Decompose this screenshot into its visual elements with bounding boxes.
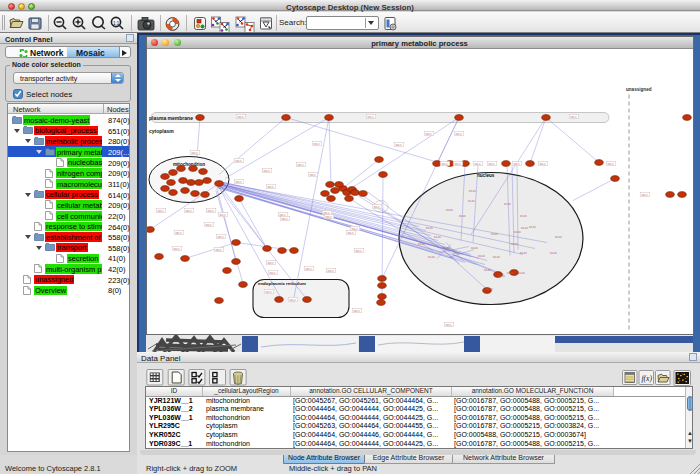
svg-text:xxx-x: xxx-x [641, 193, 648, 196]
svg-text:xxx-x: xxx-x [607, 162, 614, 165]
svg-text:xx-xx: xx-xx [521, 225, 528, 229]
svg-text:xx-xx: xx-xx [504, 201, 511, 205]
svg-text:xx-xx: xx-xx [511, 241, 518, 245]
svg-text:xxx-x: xxx-x [185, 209, 192, 212]
svg-text:xxx-x: xxx-x [157, 209, 164, 212]
svg-text:xx-xx: xx-xx [550, 250, 557, 254]
svg-text:xxx-x: xxx-x [297, 163, 304, 166]
svg-text:xx-xx: xx-xx [418, 241, 425, 245]
svg-text:xxx-x: xxx-x [454, 162, 461, 165]
svg-text:xx-xx: xx-xx [478, 253, 485, 257]
svg-text:xxx-x: xxx-x [539, 162, 546, 165]
svg-text:xxx-x: xxx-x [281, 217, 288, 220]
svg-text:xxx-x: xxx-x [267, 261, 274, 264]
svg-text:xx-xx: xx-xx [468, 198, 475, 202]
svg-text:xxx-x: xxx-x [217, 235, 224, 238]
svg-text:xx-xx: xx-xx [484, 267, 491, 271]
svg-text:xxx-x: xxx-x [215, 248, 222, 251]
svg-text:xxx-x: xxx-x [219, 213, 226, 216]
svg-text:xx-xx: xx-xx [459, 213, 466, 217]
svg-text:xxx-x: xxx-x [263, 169, 270, 172]
svg-text:xxx-x: xxx-x [474, 162, 481, 165]
svg-text:xx-xx: xx-xx [555, 234, 562, 238]
svg-text:xxx-x: xxx-x [173, 247, 180, 250]
svg-text:unassigned: unassigned [626, 86, 652, 91]
svg-text:f(x): f(x) [642, 374, 653, 383]
svg-text:xxx-x: xxx-x [347, 231, 354, 234]
svg-text:xxx-x: xxx-x [235, 180, 242, 183]
svg-text:xx-xx: xx-xx [469, 188, 476, 192]
svg-text:xxx-x: xxx-x [265, 290, 272, 293]
svg-text:1:1: 1:1 [113, 21, 120, 26]
svg-text:xx-xx: xx-xx [434, 234, 441, 238]
svg-text:xxx-x: xxx-x [395, 143, 402, 146]
svg-text:xx-xx: xx-xx [520, 250, 527, 254]
svg-text:xxx-x: xxx-x [205, 223, 212, 226]
svg-text:xxx-x: xxx-x [237, 115, 244, 118]
svg-text:xxx-x: xxx-x [327, 269, 334, 272]
svg-text:xx-xx: xx-xx [453, 250, 460, 254]
svg-text:xxx-x: xxx-x [455, 132, 462, 135]
svg-text:plasma membrane: plasma membrane [149, 115, 193, 121]
svg-text:xx-xx: xx-xx [426, 225, 433, 229]
svg-text:xxx-x: xxx-x [373, 205, 380, 208]
svg-text:xxx-x: xxx-x [445, 323, 452, 326]
svg-text:xxx-x: xxx-x [488, 162, 495, 165]
svg-text:xxx-x: xxx-x [570, 115, 577, 118]
svg-text:xxx-x: xxx-x [425, 132, 432, 135]
svg-text:cytoplasm: cytoplasm [149, 127, 174, 133]
svg-text:xxx-x: xxx-x [367, 115, 374, 118]
svg-text:endoplasmic reticulum: endoplasmic reticulum [258, 280, 306, 285]
svg-text:xxx-x: xxx-x [325, 215, 332, 218]
svg-text:xxx-x: xxx-x [235, 159, 242, 162]
svg-text:nucleus: nucleus [477, 172, 495, 177]
svg-text:xxx-x: xxx-x [207, 209, 214, 212]
svg-text:xxx-x: xxx-x [353, 309, 360, 312]
svg-text:xx-xx: xx-xx [471, 245, 478, 249]
svg-text:xxx-x: xxx-x [267, 185, 274, 188]
svg-text:xxx-x: xxx-x [513, 162, 520, 165]
svg-text:xx-xx: xx-xx [428, 254, 435, 258]
svg-text:xx-xx: xx-xx [443, 245, 450, 249]
svg-text:xxx-x: xxx-x [309, 173, 316, 176]
svg-text:xxx-x: xxx-x [191, 151, 198, 154]
svg-text:xx-xx: xx-xx [529, 224, 536, 228]
svg-text:xxx-x: xxx-x [289, 298, 296, 301]
svg-text:xx-xx: xx-xx [491, 231, 498, 235]
svg-text:xx-xx: xx-xx [514, 229, 521, 233]
svg-text:xx-xx: xx-xx [520, 213, 527, 217]
svg-text:xx-xx: xx-xx [446, 207, 453, 211]
svg-text:xxx-x: xxx-x [313, 142, 320, 145]
svg-text:xxx-x: xxx-x [269, 271, 276, 274]
svg-text:xxx-x: xxx-x [441, 162, 448, 165]
svg-text:xx-xx: xx-xx [486, 286, 493, 290]
svg-text:xxx-x: xxx-x [355, 249, 362, 252]
svg-text:xx-xx: xx-xx [493, 254, 500, 258]
svg-text:xx-xx: xx-xx [507, 270, 514, 274]
svg-text:xxx-x: xxx-x [305, 267, 312, 270]
svg-text:xx-xx: xx-xx [498, 273, 505, 277]
svg-text:mitochondrion: mitochondrion [173, 161, 205, 166]
svg-text:xx-xx: xx-xx [518, 270, 525, 274]
svg-text:xxx-x: xxx-x [175, 231, 182, 234]
